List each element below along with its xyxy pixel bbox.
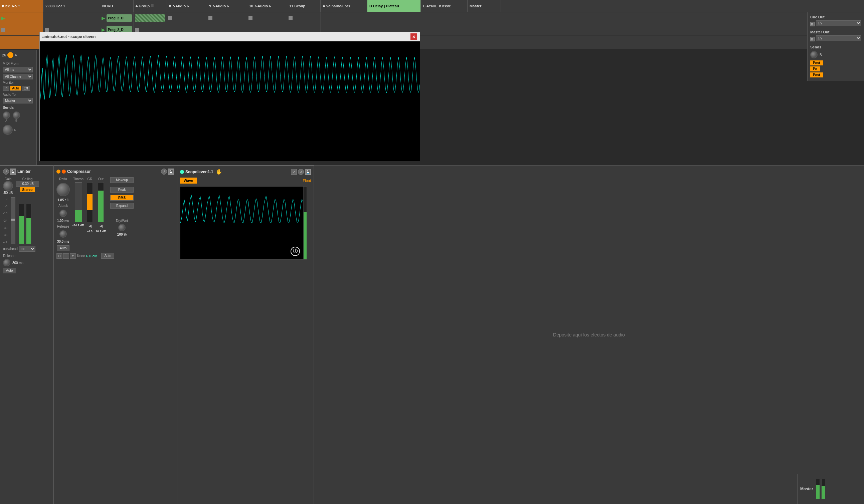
all-channel-select[interactable]: All Channe <box>3 74 33 79</box>
ceiling-value[interactable]: -0.30 dB <box>16 181 39 187</box>
track-audio6[interactable]: 8 7-Audio 6 <box>167 0 207 12</box>
send-c-label: C <box>14 128 16 132</box>
limiter-title: Limiter <box>17 169 31 174</box>
right-sends-knob[interactable] <box>810 51 818 58</box>
post-btn-3[interactable]: Post <box>810 72 823 77</box>
comp-save-icon[interactable]: 💾 <box>168 169 174 174</box>
scope-save-icon[interactable]: 💾 <box>305 169 311 175</box>
cue-icon: ⊟ <box>810 22 815 26</box>
master-out-select[interactable]: 1/2 <box>816 35 861 41</box>
scopeleven-title: Scopeleven1.1 <box>185 170 213 174</box>
attack-knob[interactable] <box>59 210 67 217</box>
scope-mini-canvas: ⓘ <box>180 186 307 260</box>
scope-reload-icon[interactable]: ↺ <box>298 169 304 175</box>
comp-reload-icon[interactable]: ↺ <box>161 169 167 174</box>
gain-db: .50 dB <box>3 191 13 195</box>
kick-dropdown-arrow[interactable]: ▼ <box>18 5 20 8</box>
midi-from-row: MIDI From <box>3 62 34 65</box>
master-meter-l <box>816 479 820 499</box>
comp-release-knob[interactable] <box>59 230 67 238</box>
track-aynil-label: C AYNIL_Kickve <box>423 4 451 8</box>
sends-knobs: A B <box>3 111 34 122</box>
comp-main-layout: Ratio 1.85 : 1 Attack 1.00 ms Release 30… <box>57 177 174 251</box>
knee-icon-sharp[interactable]: # <box>70 253 76 259</box>
release-ms: 300 ms <box>12 261 23 265</box>
gain-label: Gain <box>4 177 11 181</box>
all-ins-select[interactable]: All Ins <box>3 67 33 72</box>
track-audio6c-label: 10 7-Audio 6 <box>249 4 271 8</box>
track-cor[interactable]: 2 808 Cor ▼ <box>44 0 100 12</box>
stereo-btn[interactable]: Stereo <box>20 187 34 192</box>
limiter-save-icon[interactable]: 💾 <box>10 169 16 174</box>
drop-zone-text: Deposite aquí los efectos de audio <box>553 332 625 337</box>
track-master[interactable]: Master <box>468 0 501 12</box>
scope-side-meter-l <box>303 187 307 259</box>
audio-to-row: Audio To <box>3 93 34 97</box>
monitor-in-btn[interactable]: In <box>3 86 9 91</box>
float-label: Float <box>303 179 311 183</box>
send-c-knob[interactable] <box>3 125 13 135</box>
comp-sliders-group: Thresh -34.2 dB GR ◀ -4.6 <box>72 177 106 251</box>
makeup-btn[interactable]: Makeup <box>110 177 134 183</box>
send-b-knob[interactable] <box>13 111 20 119</box>
comp-auto-btn[interactable]: Auto <box>57 245 70 251</box>
knee-icon-curve[interactable]: ~ <box>63 253 69 259</box>
small-sq-kick <box>1 28 5 32</box>
cue-out-select[interactable]: 1/2 <box>816 20 861 26</box>
sends-label: Sends <box>3 106 14 110</box>
lookahead-select[interactable]: ms <box>19 246 35 252</box>
fader-handle[interactable] <box>11 219 15 221</box>
track-nord[interactable]: NORD <box>100 0 134 12</box>
ratio-knob[interactable] <box>57 183 70 196</box>
dry-wet-knob[interactable] <box>118 224 125 231</box>
limiter-fader[interactable] <box>11 197 15 244</box>
track-audio6b[interactable]: 9 7-Audio 6 <box>207 0 247 12</box>
scale-0: 0 <box>3 197 7 200</box>
release-row: Release <box>3 254 50 258</box>
track-kick[interactable]: Kick_Ro ▼ <box>0 0 44 12</box>
track-group4[interactable]: 4 Group ☰ <box>134 0 167 12</box>
monitor-off-btn[interactable]: Off <box>22 86 30 91</box>
track-delay[interactable]: B Delay | Plateau <box>368 0 421 12</box>
thresh-slider[interactable] <box>75 182 82 222</box>
post-btn-1[interactable]: Post <box>810 60 823 65</box>
track-group11[interactable]: 11 Group <box>287 0 321 12</box>
cor-dropdown-arrow[interactable]: ▼ <box>63 5 66 8</box>
all-channel-row[interactable]: All Channe <box>3 74 34 79</box>
track-cor-label: 2 808 Cor <box>45 4 62 8</box>
limiter-reload-icon[interactable]: ↺ <box>3 169 9 174</box>
scope-expand-icon[interactable]: ⤢ <box>291 169 297 175</box>
send-a-knob[interactable] <box>3 111 10 119</box>
limiter-auto-btn[interactable]: Auto <box>3 268 16 273</box>
info-icon[interactable]: ⓘ <box>290 247 300 256</box>
track-valhalla[interactable]: A ValhallaSuper <box>321 0 368 12</box>
track-aynil[interactable]: C AYNIL_Kickve <box>421 0 468 12</box>
dry-wet-col: Dry/Wet 100 % <box>110 219 134 236</box>
lane-audio6-1 <box>167 12 207 24</box>
peak-btn[interactable]: Peak <box>110 187 134 193</box>
limiter-title-bar: ↺ 💾 Limiter <box>3 169 50 174</box>
all-ins-row[interactable]: All Ins <box>3 67 34 72</box>
svg-rect-0 <box>40 41 420 161</box>
wave-btn[interactable]: Wave <box>180 177 197 184</box>
rms-btn[interactable]: RMS <box>110 195 134 200</box>
track-master-label: Master <box>470 4 481 8</box>
track-audio6c[interactable]: 10 7-Audio 6 <box>247 0 287 12</box>
gain-knob[interactable] <box>3 181 13 191</box>
audio-to-select-row[interactable]: Master <box>3 98 34 103</box>
expand-btn[interactable]: Expand <box>110 203 134 209</box>
knee-auto-btn[interactable]: Auto <box>101 253 114 259</box>
release-knob[interactable] <box>3 259 10 266</box>
knee-icon-bar[interactable]: ⊟ <box>57 253 62 259</box>
out-label: Out <box>98 177 104 181</box>
send-b: B <box>13 111 20 122</box>
clip-prog2d-1[interactable]: Prog_2_D <box>107 14 132 22</box>
audio-to-select[interactable]: Master <box>3 98 33 103</box>
ceiling-col: Ceiling -0.30 dB Stereo <box>16 177 39 192</box>
audio-to-label: Audio To <box>3 93 16 97</box>
scope-close-btn[interactable]: × <box>410 33 417 40</box>
lane-audio6b-1 <box>207 12 247 24</box>
post-btn-2[interactable]: Po <box>810 66 820 71</box>
drop-zone: Deposite aquí los efectos de audio <box>314 165 864 504</box>
monitor-auto-btn[interactable]: Auto <box>10 86 21 91</box>
